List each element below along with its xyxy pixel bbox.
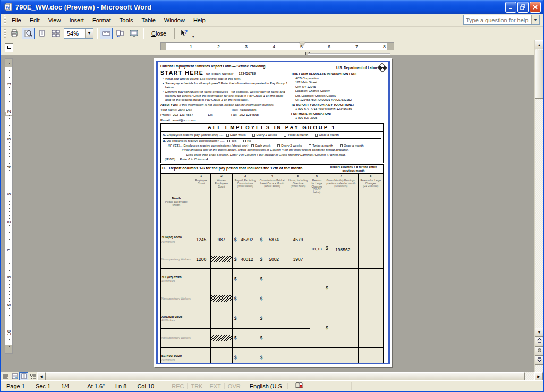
- contact-phone: Phone: 202-123-4567: [160, 113, 208, 117]
- horizontal-scrollbar-row: ◀ ▶: [1, 372, 543, 380]
- zoom-combobox[interactable]: 54% ▼: [64, 28, 94, 39]
- option-twice-a-month: Twice a month: [309, 144, 333, 147]
- normal-view-button[interactable]: [1, 372, 10, 380]
- ruler-number: 9: [6, 302, 12, 308]
- menu-help[interactable]: Help: [189, 15, 210, 25]
- menu-format[interactable]: Format: [88, 15, 115, 25]
- horizontal-scrollbar-thumb[interactable]: [46, 372, 525, 380]
- document-page[interactable]: Current Employment Statistics Report For…: [154, 58, 392, 367]
- horizontal-scrollbar-track[interactable]: [46, 372, 534, 380]
- menu-tools[interactable]: Tools: [115, 15, 138, 25]
- scroll-left-button[interactable]: ◀: [37, 372, 46, 380]
- ruler-number: 4: [6, 164, 12, 170]
- cell-employee-count-all: [192, 308, 210, 329]
- cell-commissions-nonsup: $5002: [258, 250, 286, 269]
- dol-header: U.S. Department of Labor: [291, 64, 386, 71]
- cell-employee-count-all: [192, 269, 210, 289]
- vertical-ruler[interactable]: 12345678910: [5, 58, 13, 354]
- cell-commissions-nonsup: $: [258, 289, 286, 308]
- cell-payroll-all: $: [232, 308, 258, 329]
- toolbar-options-arrow[interactable]: ▼: [191, 35, 195, 40]
- magnifier-button[interactable]: [22, 28, 35, 39]
- cell-commissions-all: $: [258, 308, 286, 329]
- select-browse-object-button[interactable]: [535, 347, 543, 356]
- ruler-strip: 12345678: [1, 40, 543, 55]
- menu-window[interactable]: Window: [160, 15, 189, 25]
- scroll-up-button[interactable]: ▲: [535, 40, 543, 49]
- next-page-button[interactable]: [535, 356, 543, 365]
- column-header-7: 7Gross Monthly Earnings, previous calend…: [324, 174, 358, 229]
- cell-women-count-all: [210, 269, 232, 289]
- checkbox: [182, 154, 184, 156]
- restore-button[interactable]: [517, 2, 529, 13]
- contact-fax: Fax: 202-1234568: [231, 113, 259, 117]
- previous-page-button[interactable]: [535, 338, 543, 347]
- option-once-a-month: Once a month: [315, 133, 339, 137]
- tab-stop-selector[interactable]: [5, 43, 13, 52]
- status-language[interactable]: English (U.S: [244, 383, 288, 389]
- scrollbar-thumb[interactable]: [535, 50, 543, 99]
- first-line-indent-marker[interactable]: [300, 42, 305, 46]
- vertical-scrollbar[interactable]: ▲ ▼: [534, 40, 543, 372]
- if-no-note: (IF NO) ....Enter 0 in Column 4.: [165, 158, 381, 162]
- ruler-number: 5: [6, 191, 12, 198]
- ruler-number: 1: [6, 81, 12, 87]
- status-toggle-ovr[interactable]: OVR: [225, 383, 244, 389]
- question-help-box[interactable]: Type a question for help ▼: [463, 15, 540, 25]
- cell-reason-6: [310, 308, 324, 347]
- cell-women-count-nonsup-hatched: [210, 250, 232, 269]
- toolbar-drag-handle[interactable]: [4, 29, 6, 38]
- contact-title: Title: Accountant: [231, 108, 256, 112]
- status-toggle-trk[interactable]: TRK: [188, 383, 206, 389]
- question-help-placeholder: Type a question for help: [464, 17, 531, 23]
- outline-view-button[interactable]: [28, 372, 37, 380]
- shrink-to-fit-button[interactable]: [114, 28, 126, 39]
- spellcheck-status-icon[interactable]: [288, 382, 311, 390]
- menu-table[interactable]: Table: [137, 15, 159, 25]
- print-layout-view-button[interactable]: [19, 372, 28, 380]
- cell-payroll-nonsup: $: [232, 289, 258, 308]
- instruction-bullet: •Same pay schedule for all employees? En…: [163, 82, 289, 90]
- menu-file[interactable]: File: [7, 15, 26, 25]
- full-screen-button[interactable]: [128, 28, 140, 39]
- hatched-area: [211, 335, 232, 341]
- cell-gross-earnings: $: [324, 308, 358, 347]
- column-header-2: 2Women Employees Count: [210, 174, 232, 229]
- view-ruler-button[interactable]: [100, 28, 113, 39]
- status-toggle-rec[interactable]: REC: [168, 383, 188, 389]
- menu-view[interactable]: View: [44, 15, 65, 25]
- horizontal-ruler[interactable]: 12345678: [160, 42, 394, 50]
- close-preview-button[interactable]: Close: [146, 28, 172, 39]
- cell-reason-6: [310, 269, 324, 308]
- status-toggle-ext[interactable]: EXT: [206, 383, 224, 389]
- option-yes: Yes: [227, 139, 236, 142]
- close-window-button[interactable]: [530, 2, 541, 13]
- cell-hours-all: [286, 347, 310, 364]
- toolbar-separator: [97, 28, 97, 39]
- toolbar-separator: [143, 28, 143, 39]
- scroll-right-button[interactable]: ▶: [534, 372, 543, 380]
- web-layout-view-button[interactable]: [10, 372, 19, 380]
- minimize-button[interactable]: [505, 2, 516, 13]
- section-ab: A. Employees receive pay: (check one) ..…: [160, 132, 384, 163]
- scroll-down-button[interactable]: ▼: [535, 328, 543, 337]
- checkbox: [243, 140, 246, 142]
- print-button[interactable]: [8, 28, 21, 39]
- option-once-a-month: Once a month: [340, 144, 364, 147]
- status-section: Sec 1: [30, 383, 56, 389]
- cell-women-count-all: 987: [210, 229, 232, 250]
- menu-edit[interactable]: Edit: [26, 15, 44, 25]
- multiple-pages-button[interactable]: [49, 28, 62, 39]
- menu-insert[interactable]: Insert: [65, 15, 88, 25]
- cell-women-count-all: [210, 308, 232, 329]
- zoom-dropdown-arrow[interactable]: ▼: [85, 29, 93, 38]
- requests-label: THIS FORM REQUESTS INFORMATION FOR:: [291, 72, 386, 76]
- status-page-of-pages: 1/4: [56, 383, 74, 389]
- one-page-button[interactable]: [36, 28, 48, 39]
- chevron-down-icon[interactable]: ▼: [531, 15, 539, 24]
- ruler-number: 4: [272, 44, 276, 49]
- menu-drag-handle[interactable]: [4, 15, 6, 25]
- status-bar: Page 1 Sec 1 1/4 At 1.6" Ln 8 Col 10 REC…: [1, 380, 543, 391]
- cell-payroll-all: $45792: [232, 229, 258, 250]
- help-button[interactable]: ?: [177, 28, 190, 39]
